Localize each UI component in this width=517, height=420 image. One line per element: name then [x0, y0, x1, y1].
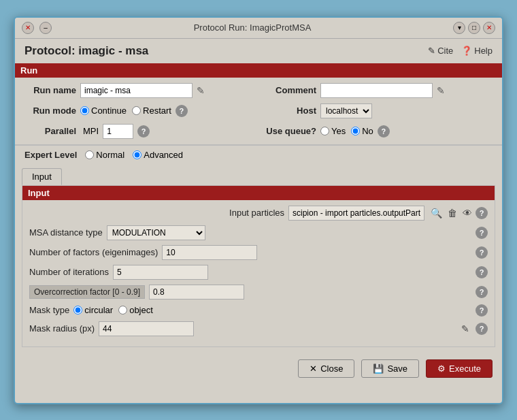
comment-edit-icon[interactable]: ✎: [437, 85, 445, 96]
tab-bar: Input: [15, 164, 502, 185]
mask-radius-help-btn[interactable]: ?: [476, 323, 488, 335]
header: Protocol: imagic - msa ✎ Cite ❓ Help: [15, 39, 502, 63]
mask-radius-row: Mask radius (px) ✎ ?: [29, 321, 488, 336]
search-icon[interactable]: 🔍: [429, 207, 444, 219]
num-factors-input[interactable]: [162, 245, 257, 260]
msa-distance-select[interactable]: MODULATION: [107, 225, 205, 240]
window-title: Protocol Run: ImagicProtMSA: [52, 22, 453, 33]
bottom-buttons: ✕ Close 💾 Save ⚙ Execute: [15, 354, 502, 387]
run-mode-row: Run mode Continue Restart ?: [22, 103, 255, 118]
circular-radio-label[interactable]: circular: [73, 305, 113, 315]
mpi-input[interactable]: [103, 124, 133, 139]
cite-link[interactable]: ✎ Cite: [428, 46, 453, 56]
run-mode-label: Run mode: [22, 106, 76, 116]
input-particles-help-btn[interactable]: ?: [476, 207, 488, 219]
eye-icon[interactable]: 👁: [461, 207, 474, 219]
no-radio[interactable]: [351, 127, 360, 135]
help-icon: ❓: [461, 46, 472, 56]
num-factors-row: Number of factors (eigenimages) ?: [29, 245, 488, 260]
parallel-row: Parallel MPI ?: [22, 124, 255, 139]
titlebar-left: ✕ –: [22, 22, 52, 34]
continue-radio-label[interactable]: Continue: [80, 106, 127, 116]
mask-type-label: Mask type: [29, 305, 69, 315]
host-label: Host: [262, 106, 316, 116]
restart-radio-label[interactable]: Restart: [132, 106, 171, 116]
mask-radius-label: Mask radius (px): [29, 323, 95, 334]
window-menu-btn[interactable]: ▾: [453, 22, 465, 34]
object-radio[interactable]: [118, 306, 127, 314]
expert-level-row: Expert Level Normal Advanced: [15, 145, 502, 164]
use-queue-row: Use queue? Yes No ?: [262, 124, 495, 139]
normal-radio[interactable]: [85, 150, 94, 159]
input-form: Input particles 🔍 🗑 👁 ? MSA distance typ…: [22, 200, 495, 346]
run-mode-help-btn[interactable]: ?: [176, 105, 188, 117]
no-radio-label[interactable]: No: [351, 126, 373, 136]
yes-radio-label[interactable]: Yes: [320, 126, 346, 136]
run-name-label: Run name: [22, 85, 76, 95]
help-link[interactable]: ❓ Help: [461, 46, 493, 56]
parallel-help-btn[interactable]: ?: [137, 125, 150, 138]
overcorrection-row: Overcorrection factor [0 - 0.9] ?: [29, 285, 488, 300]
run-name-edit-icon[interactable]: ✎: [197, 85, 205, 96]
tab-input[interactable]: Input: [22, 168, 62, 185]
num-factors-help-btn[interactable]: ?: [476, 246, 488, 259]
use-queue-label: Use queue?: [262, 126, 316, 136]
execute-icon: ⚙: [437, 364, 446, 374]
continue-radio[interactable]: [80, 106, 89, 115]
queue-help-btn[interactable]: ?: [378, 125, 390, 138]
protocol-title: Protocol: imagic - msa: [24, 44, 148, 58]
normal-radio-label[interactable]: Normal: [85, 150, 124, 160]
titlebar: ✕ – Protocol Run: ImagicProtMSA ▾ □ ✕: [15, 18, 502, 39]
input-particles-label: Input particles: [229, 208, 284, 218]
run-name-row: Run name ✎: [22, 83, 255, 98]
host-select[interactable]: localhost: [320, 103, 372, 118]
run-mode-radios: Continue Restart: [80, 106, 171, 116]
main-window: ✕ – Protocol Run: ImagicProtMSA ▾ □ ✕ Pr…: [14, 16, 503, 404]
run-name-input[interactable]: [80, 83, 193, 98]
advanced-radio[interactable]: [133, 150, 141, 159]
save-button[interactable]: 💾 Save: [361, 359, 419, 378]
execute-button[interactable]: ⚙ Execute: [426, 359, 493, 378]
run-section-label: Run: [15, 63, 502, 78]
overcorrection-help-btn[interactable]: ?: [476, 286, 488, 298]
delete-icon[interactable]: 🗑: [446, 207, 459, 219]
mask-type-help-btn[interactable]: ?: [476, 304, 488, 317]
num-iterations-help-btn[interactable]: ?: [476, 266, 488, 278]
msa-distance-help-btn[interactable]: ?: [476, 227, 488, 239]
close-button[interactable]: ✕ Close: [298, 359, 354, 378]
close-window-btn[interactable]: ✕: [22, 22, 34, 34]
input-section-label: Input: [22, 186, 495, 200]
input-particles-icons: 🔍 🗑 👁 ?: [429, 207, 488, 219]
num-iterations-input[interactable]: [113, 265, 208, 280]
yes-radio[interactable]: [320, 127, 329, 135]
circular-radio[interactable]: [73, 306, 82, 314]
mask-radius-input[interactable]: [99, 321, 194, 336]
num-iterations-row: Number of iterations ?: [29, 265, 488, 280]
input-section: Input Input particles 🔍 🗑 👁 ? MSA distan…: [22, 185, 495, 347]
mpi-label: MPI: [83, 126, 99, 136]
restart-radio[interactable]: [132, 106, 141, 115]
cite-icon: ✎: [428, 46, 435, 56]
mask-radius-edit-icon[interactable]: ✎: [459, 323, 471, 335]
mask-type-row: Mask type circular object ?: [29, 304, 488, 317]
object-radio-label[interactable]: object: [118, 305, 153, 315]
input-particles-input[interactable]: [288, 206, 424, 221]
save-icon: 💾: [373, 364, 384, 374]
window-restore-btn[interactable]: □: [468, 22, 480, 34]
close-icon: ✕: [310, 364, 317, 374]
overcorrection-label: Overcorrection factor [0 - 0.9]: [29, 285, 145, 299]
msa-distance-label: MSA distance type: [29, 227, 103, 238]
comment-label: Comment: [262, 85, 316, 95]
run-form-grid: Run name ✎ Comment ✎ Run mode Continue: [15, 78, 502, 144]
queue-radios: Yes No: [320, 126, 373, 136]
expert-level-label: Expert Level: [24, 150, 77, 160]
msa-distance-row: MSA distance type MODULATION ?: [29, 225, 488, 240]
window-close-btn[interactable]: ✕: [483, 22, 495, 34]
mask-type-radios: circular object: [73, 305, 153, 315]
overcorrection-input[interactable]: [149, 285, 244, 300]
advanced-radio-label[interactable]: Advanced: [133, 150, 183, 160]
input-particles-row: Input particles 🔍 🗑 👁 ?: [29, 206, 488, 221]
comment-input[interactable]: [320, 83, 433, 98]
minimize-btn[interactable]: –: [39, 22, 52, 34]
header-links: ✎ Cite ❓ Help: [428, 46, 493, 56]
